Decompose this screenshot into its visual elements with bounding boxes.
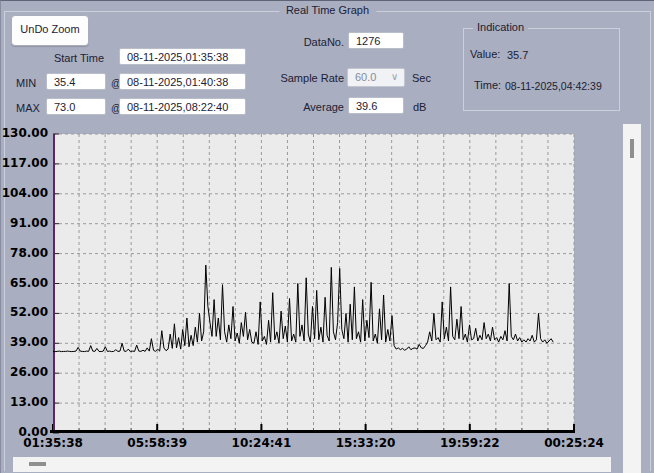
min-value-field[interactable]: 35.4 [46, 73, 106, 90]
y-tick-label: 39.00 [1, 335, 48, 349]
indication-title: Indication [473, 21, 528, 33]
max-time-field[interactable]: 08-11-2025,08:22:40 [119, 98, 246, 115]
x-tick-label: 10:24:41 [232, 436, 292, 450]
start-time-field[interactable]: 08-11-2025,01:35:38 [119, 48, 246, 65]
sample-rate-combo[interactable]: 60.0 ∨ [347, 68, 405, 87]
average-unit: dB [413, 101, 426, 113]
sound-level-trace [53, 265, 553, 352]
real-time-graph-window: Real Time Graph UnDo Zoom Start Time 08-… [0, 0, 654, 473]
y-tick-label: 91.00 [1, 216, 48, 230]
vertical-scrollbar-thumb[interactable] [630, 139, 634, 158]
indication-time-label: Time: [474, 79, 501, 91]
x-tick-label: 15:33:20 [336, 436, 396, 450]
indication-value: 35.7 [507, 49, 528, 61]
y-tick-label: 26.00 [1, 365, 48, 379]
x-tick-label: 19:59:22 [440, 436, 500, 450]
start-time-label: Start Time [1, 52, 104, 64]
chart-plot[interactable] [53, 134, 574, 433]
indication-value-label: Value: [470, 48, 500, 60]
indication-time: 08-11-2025,04:42:39 [505, 80, 602, 92]
y-tick-label: 52.00 [1, 305, 48, 319]
y-tick-label: 130.00 [1, 126, 48, 140]
vertical-scrollbar[interactable] [623, 124, 641, 473]
data-no-field[interactable]: 1276 [348, 32, 404, 49]
chevron-down-icon: ∨ [391, 72, 401, 82]
sample-rate-unit: Sec [412, 72, 431, 84]
y-tick-label: 65.00 [1, 276, 48, 290]
min-time-field[interactable]: 08-11-2025,01:40:38 [119, 73, 246, 90]
average-label: Average [261, 101, 344, 113]
sample-rate-label: Sample Rate [251, 72, 344, 84]
y-tick-label: 13.00 [1, 395, 48, 409]
max-label: MAX [16, 102, 40, 114]
max-value-field[interactable]: 73.0 [46, 98, 106, 115]
x-tick-label: 01:35:38 [23, 436, 83, 450]
data-no-label: DataNo. [271, 36, 344, 48]
groupbox-title: Real Time Graph [279, 4, 376, 16]
indication-groupbox: Indication Value: 35.7 Time: 08-11-2025,… [463, 28, 620, 111]
x-tick-label: 00:25:24 [544, 436, 604, 450]
horizontal-scrollbar-thumb[interactable] [29, 462, 46, 466]
horizontal-scrollbar[interactable] [13, 457, 611, 472]
y-tick-label: 117.00 [1, 156, 48, 170]
x-tick-label: 05:58:39 [127, 436, 187, 450]
y-tick-label: 78.00 [1, 246, 48, 260]
sample-rate-value: 60.0 [355, 71, 376, 83]
min-label: MIN [16, 77, 36, 89]
y-tick-label: 104.00 [1, 186, 48, 200]
average-field[interactable]: 39.6 [348, 97, 404, 114]
undo-zoom-button[interactable]: UnDo Zoom [11, 15, 89, 46]
